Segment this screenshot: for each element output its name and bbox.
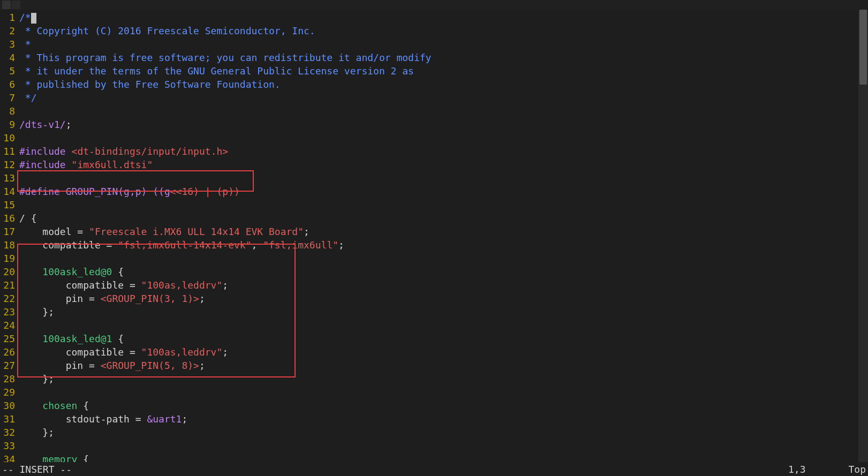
code-content[interactable]: 100ask_led@1 { <box>19 332 868 345</box>
code-line[interactable]: 16/ { <box>0 211 868 225</box>
tab-1[interactable] <box>2 1 11 9</box>
code-token: model = <box>19 226 89 237</box>
code-content[interactable]: / { <box>19 211 868 225</box>
code-token: "100as,leddrv" <box>141 279 223 291</box>
code-content[interactable] <box>19 386 868 399</box>
code-line[interactable]: 32 }; <box>0 426 868 439</box>
code-line[interactable]: 7 */ <box>0 91 868 104</box>
code-token: stdout-path = <box>19 413 147 425</box>
line-number: 12 <box>0 158 19 171</box>
code-content[interactable]: }; <box>19 372 868 386</box>
code-content[interactable]: * published by the Free Software Foundat… <box>19 78 868 91</box>
line-number: 8 <box>0 104 19 118</box>
code-token: { <box>77 400 89 411</box>
code-line[interactable]: 21 compatible = "100as,leddrv"; <box>0 278 868 292</box>
code-content[interactable]: /dts-v1/; <box>19 118 868 131</box>
code-line[interactable]: 9/dts-v1/; <box>0 118 868 131</box>
code-token: ; <box>66 119 72 130</box>
code-token: * This program is free software; you can… <box>19 52 431 63</box>
code-content[interactable]: }; <box>19 305 868 319</box>
code-content[interactable]: }; <box>19 426 868 439</box>
line-number: 19 <box>0 252 19 265</box>
code-content[interactable]: pin = <GROUP_PIN(3, 1)>; <box>19 292 868 305</box>
code-line[interactable]: 26 compatible = "100as,leddrv"; <box>0 345 868 359</box>
code-line[interactable]: 8 <box>0 104 868 118</box>
code-line[interactable]: 24 <box>0 319 868 332</box>
code-content[interactable]: * Copyright (C) 2016 Freescale Semicondu… <box>19 24 868 37</box>
editor-area[interactable]: 1/*2 * Copyright (C) 2016 Freescale Semi… <box>0 10 868 463</box>
code-line[interactable]: 28 }; <box>0 372 868 386</box>
code-line[interactable]: 13 <box>0 171 868 185</box>
code-line[interactable]: 22 pin = <GROUP_PIN(3, 1)>; <box>0 292 868 305</box>
code-content[interactable]: stdout-path = &uart1; <box>19 412 868 426</box>
code-content[interactable]: #include <dt-bindings/input/input.h> <box>19 145 868 158</box>
code-line[interactable]: 1/* <box>0 11 868 24</box>
code-line[interactable]: 23 }; <box>0 305 868 319</box>
code-line[interactable]: 17 model = "Freescale i.MX6 ULL 14x14 EV… <box>0 225 868 238</box>
code-content[interactable]: memory { <box>19 452 868 463</box>
code-content[interactable]: compatible = "100as,leddrv"; <box>19 278 868 292</box>
code-line[interactable]: 18 compatible = "fsl,imx6ull-14x14-evk",… <box>0 238 868 252</box>
tab-2[interactable] <box>12 1 20 9</box>
code-line[interactable]: 15 <box>0 198 868 211</box>
code-content[interactable]: #include "imx6ull.dtsi" <box>19 158 868 171</box>
code-content[interactable]: chosen { <box>19 399 868 412</box>
code-token: 100ask_led@0 <box>42 266 112 277</box>
code-content[interactable]: 100ask_led@0 { <box>19 265 868 278</box>
code-line[interactable]: 20 100ask_led@0 { <box>0 265 868 278</box>
line-number: 28 <box>0 372 19 386</box>
code-line[interactable]: 34 memory { <box>0 452 868 463</box>
code-content[interactable] <box>19 171 868 185</box>
code-content[interactable]: * This program is free software; you can… <box>19 51 868 64</box>
code-content[interactable] <box>19 104 868 118</box>
code-line[interactable]: 19 <box>0 252 868 265</box>
code-token: "fsl,imx6ull" <box>263 239 338 251</box>
line-number: 15 <box>0 198 19 211</box>
code-line[interactable]: 4 * This program is free software; you c… <box>0 51 868 64</box>
line-number: 31 <box>0 412 19 426</box>
code-content[interactable]: #define GROUP_PIN(g,p) ((g<<16) | (p)) <box>19 185 868 198</box>
code-content[interactable]: model = "Freescale i.MX6 ULL 14x14 EVK B… <box>19 225 868 238</box>
code-line[interactable]: 3 * <box>0 37 868 51</box>
code-token: ; <box>338 239 344 251</box>
code-content[interactable] <box>19 252 868 265</box>
line-number: 5 <box>0 64 19 78</box>
code-content[interactable] <box>19 319 868 332</box>
code-line[interactable]: 27 pin = <GROUP_PIN(5, 8)>; <box>0 359 868 372</box>
code-line[interactable]: 33 <box>0 439 868 452</box>
code-line[interactable]: 6 * published by the Free Software Found… <box>0 78 868 91</box>
scrollbar-thumb[interactable] <box>859 10 867 85</box>
code-content[interactable]: * it under the terms of the GNU General … <box>19 64 868 78</box>
scrollbar-vertical[interactable] <box>858 10 868 462</box>
code-content[interactable]: compatible = "fsl,imx6ull-14x14-evk", "f… <box>19 238 868 252</box>
code-content[interactable] <box>19 131 868 145</box>
code-token: <GROUP_PIN(3, 1)> <box>101 293 199 304</box>
code-content[interactable]: compatible = "100as,leddrv"; <box>19 345 868 359</box>
code-line[interactable]: 31 stdout-path = &uart1; <box>0 412 868 426</box>
code-token: ; <box>222 346 228 358</box>
code-line[interactable]: 5 * it under the terms of the GNU Genera… <box>0 64 868 78</box>
code-line[interactable]: 29 <box>0 386 868 399</box>
code-token: ; <box>222 279 228 291</box>
code-content[interactable] <box>19 198 868 211</box>
code-line[interactable]: 10 <box>0 131 868 145</box>
line-number: 32 <box>0 426 19 439</box>
code-content[interactable] <box>19 439 868 452</box>
code-content[interactable]: */ <box>19 91 868 104</box>
code-line[interactable]: 30 chosen { <box>0 399 868 412</box>
code-line[interactable]: 2 * Copyright (C) 2016 Freescale Semicon… <box>0 24 868 37</box>
code-line[interactable]: 25 100ask_led@1 { <box>0 332 868 345</box>
code-line[interactable]: 11#include <dt-bindings/input/input.h> <box>0 145 868 158</box>
line-number: 6 <box>0 78 19 91</box>
code-token: }; <box>19 373 54 384</box>
code-line[interactable]: 12#include "imx6ull.dtsi" <box>0 158 868 171</box>
line-number: 20 <box>0 265 19 278</box>
line-number: 1 <box>0 11 19 24</box>
code-content[interactable]: pin = <GROUP_PIN(5, 8)>; <box>19 359 868 372</box>
code-token: ; <box>199 360 205 371</box>
code-content[interactable]: * <box>19 37 868 51</box>
code-token: <GROUP_PIN(5, 8)> <box>101 360 199 371</box>
code-line[interactable]: 14#define GROUP_PIN(g,p) ((g<<16) | (p)) <box>0 185 868 198</box>
code-content[interactable]: /* <box>19 11 868 24</box>
code-token: 100ask_led@1 <box>42 333 112 344</box>
